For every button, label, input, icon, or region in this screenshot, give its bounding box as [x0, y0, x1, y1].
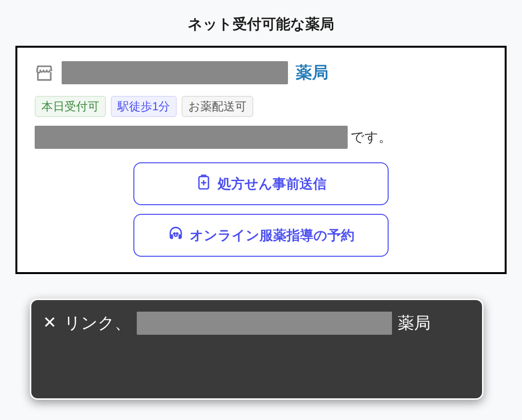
pharmacy-link-suffix: 薬局 — [296, 62, 328, 84]
page-title: ネット受付可能な薬局 — [0, 0, 522, 46]
svg-point-2 — [176, 233, 178, 235]
store-icon — [35, 63, 54, 82]
headset-icon — [168, 225, 184, 245]
screen-reader-overlay: ✕ リンク、 薬局 — [30, 299, 483, 400]
online-guidance-button[interactable]: オンライン服薬指導の予約 — [133, 214, 389, 257]
svg-point-1 — [174, 233, 175, 235]
pharmacy-name-redacted — [62, 61, 288, 84]
prescription-send-button[interactable]: 処方せん事前送信 — [133, 162, 389, 205]
description-redacted — [35, 126, 348, 149]
description-row: です。 — [35, 126, 487, 149]
tags-row: 本日受付可 駅徒歩1分 お薬配送可 — [35, 96, 487, 117]
tag-station-walk: 駅徒歩1分 — [111, 96, 177, 117]
tag-delivery: お薬配送可 — [182, 96, 253, 117]
close-icon[interactable]: ✕ — [43, 310, 56, 332]
pharmacy-card: 薬局 本日受付可 駅徒歩1分 お薬配送可 です。 処方せん事前送信 — [15, 46, 507, 274]
overlay-content: リンク、 薬局 — [64, 310, 431, 335]
prescription-send-label: 処方せん事前送信 — [218, 175, 326, 193]
online-guidance-label: オンライン服薬指導の予約 — [190, 226, 354, 245]
action-buttons: 処方せん事前送信 オンライン服薬指導の予約 — [35, 162, 487, 257]
pharmacy-header[interactable]: 薬局 — [35, 61, 487, 84]
overlay-prefix: リンク、 — [64, 312, 131, 334]
clipboard-icon — [196, 174, 212, 194]
description-suffix: です。 — [351, 128, 392, 146]
overlay-suffix: 薬局 — [398, 312, 431, 334]
overlay-redacted — [137, 312, 392, 335]
tag-today-available: 本日受付可 — [35, 96, 106, 117]
